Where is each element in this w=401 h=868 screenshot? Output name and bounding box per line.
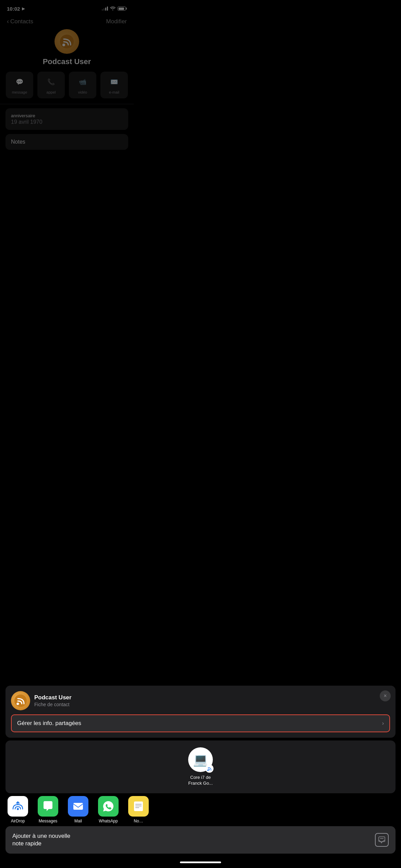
sheet-background-dim [0, 0, 134, 206]
